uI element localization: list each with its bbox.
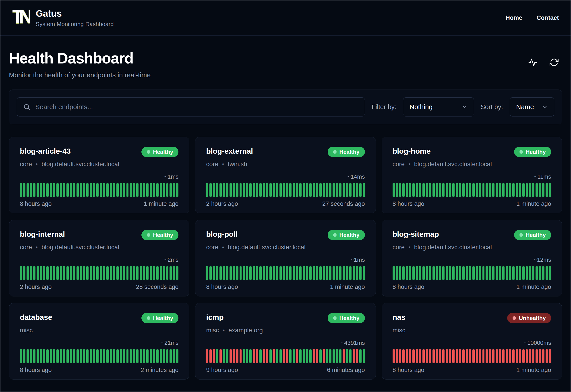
status-bar[interactable] bbox=[27, 183, 29, 197]
status-bar[interactable] bbox=[313, 183, 315, 197]
status-bar[interactable] bbox=[130, 349, 132, 363]
status-bar[interactable] bbox=[469, 266, 471, 280]
status-bar[interactable] bbox=[542, 266, 544, 280]
status-bar[interactable] bbox=[446, 349, 448, 363]
status-bar[interactable] bbox=[243, 183, 245, 197]
status-bar[interactable] bbox=[319, 183, 322, 197]
status-bar[interactable] bbox=[456, 266, 458, 280]
status-bar[interactable] bbox=[496, 183, 498, 197]
refresh-button[interactable] bbox=[549, 57, 559, 67]
status-bar[interactable] bbox=[509, 349, 511, 363]
status-bar[interactable] bbox=[110, 266, 112, 280]
status-bar[interactable] bbox=[83, 183, 85, 197]
status-bar[interactable] bbox=[363, 183, 365, 197]
status-bar[interactable] bbox=[46, 266, 49, 280]
status-bar[interactable] bbox=[449, 266, 451, 280]
status-bar[interactable] bbox=[33, 183, 35, 197]
status-bar[interactable] bbox=[349, 266, 351, 280]
status-bar[interactable] bbox=[399, 349, 402, 363]
status-bar[interactable] bbox=[326, 349, 328, 363]
status-bar[interactable] bbox=[309, 266, 312, 280]
status-bar[interactable] bbox=[80, 349, 82, 363]
status-bar[interactable] bbox=[539, 183, 541, 197]
status-bar[interactable] bbox=[40, 183, 42, 197]
status-bar[interactable] bbox=[396, 266, 398, 280]
status-bar[interactable] bbox=[206, 349, 208, 363]
status-bar[interactable] bbox=[266, 349, 268, 363]
status-bar[interactable] bbox=[449, 183, 451, 197]
status-bar[interactable] bbox=[90, 183, 92, 197]
status-bar[interactable] bbox=[216, 266, 218, 280]
status-bar[interactable] bbox=[33, 349, 35, 363]
status-bar[interactable] bbox=[343, 266, 345, 280]
status-bar[interactable] bbox=[106, 349, 109, 363]
status-bar[interactable] bbox=[326, 183, 328, 197]
status-bar[interactable] bbox=[499, 183, 501, 197]
status-bar[interactable] bbox=[542, 183, 544, 197]
endpoint-card[interactable]: blog-home Healthy core • blog.default.sv… bbox=[382, 137, 562, 213]
status-bar[interactable] bbox=[489, 349, 491, 363]
status-bar[interactable] bbox=[412, 349, 415, 363]
status-bar[interactable] bbox=[150, 183, 152, 197]
status-bar[interactable] bbox=[299, 183, 301, 197]
status-bar[interactable] bbox=[346, 266, 348, 280]
status-bar[interactable] bbox=[53, 183, 55, 197]
status-bar[interactable] bbox=[156, 266, 159, 280]
filter-select[interactable]: Nothing bbox=[403, 97, 474, 116]
status-bar[interactable] bbox=[86, 266, 89, 280]
status-bar[interactable] bbox=[60, 266, 62, 280]
status-bar[interactable] bbox=[422, 266, 425, 280]
status-bar[interactable] bbox=[27, 349, 29, 363]
status-bar[interactable] bbox=[402, 183, 405, 197]
status-bar[interactable] bbox=[332, 266, 335, 280]
status-bar[interactable] bbox=[213, 183, 215, 197]
status-bar[interactable] bbox=[30, 349, 32, 363]
status-bar[interactable] bbox=[143, 266, 145, 280]
status-bar[interactable] bbox=[536, 266, 538, 280]
status-bar[interactable] bbox=[353, 183, 355, 197]
status-bar[interactable] bbox=[536, 183, 538, 197]
status-bar[interactable] bbox=[519, 183, 521, 197]
status-bar[interactable] bbox=[213, 349, 215, 363]
status-bar[interactable] bbox=[512, 183, 515, 197]
status-bar[interactable] bbox=[296, 349, 298, 363]
status-bar[interactable] bbox=[63, 349, 65, 363]
status-bar[interactable] bbox=[83, 349, 85, 363]
status-bar[interactable] bbox=[83, 266, 85, 280]
status-bar[interactable] bbox=[476, 349, 478, 363]
status-bar[interactable] bbox=[133, 349, 135, 363]
status-bar[interactable] bbox=[412, 183, 415, 197]
status-bar[interactable] bbox=[160, 266, 162, 280]
status-bar[interactable] bbox=[210, 183, 212, 197]
status-bar[interactable] bbox=[93, 266, 95, 280]
status-bar[interactable] bbox=[146, 183, 149, 197]
status-bar[interactable] bbox=[462, 266, 465, 280]
status-bar[interactable] bbox=[363, 266, 365, 280]
status-bar[interactable] bbox=[516, 266, 518, 280]
status-bar[interactable] bbox=[516, 183, 518, 197]
status-bar[interactable] bbox=[522, 183, 525, 197]
status-bar[interactable] bbox=[160, 349, 162, 363]
status-bar[interactable] bbox=[220, 266, 222, 280]
status-bar[interactable] bbox=[309, 183, 312, 197]
status-bar[interactable] bbox=[163, 266, 165, 280]
status-bar[interactable] bbox=[299, 349, 301, 363]
status-bar[interactable] bbox=[406, 266, 408, 280]
status-bar[interactable] bbox=[466, 349, 468, 363]
status-bar[interactable] bbox=[416, 266, 418, 280]
status-bar[interactable] bbox=[40, 266, 42, 280]
status-bar[interactable] bbox=[153, 183, 155, 197]
status-bar[interactable] bbox=[100, 266, 102, 280]
status-bar[interactable] bbox=[236, 349, 239, 363]
endpoint-card[interactable]: icmp Healthy misc • example.org ~4391ms … bbox=[195, 303, 376, 379]
status-bar[interactable] bbox=[549, 183, 551, 197]
status-bar[interactable] bbox=[356, 183, 358, 197]
status-bar[interactable] bbox=[429, 266, 431, 280]
status-bar[interactable] bbox=[286, 183, 288, 197]
status-bar[interactable] bbox=[529, 266, 531, 280]
status-bar[interactable] bbox=[256, 183, 258, 197]
status-bar[interactable] bbox=[76, 183, 79, 197]
status-bar[interactable] bbox=[426, 349, 428, 363]
status-bar[interactable] bbox=[63, 183, 65, 197]
status-bar[interactable] bbox=[402, 349, 405, 363]
